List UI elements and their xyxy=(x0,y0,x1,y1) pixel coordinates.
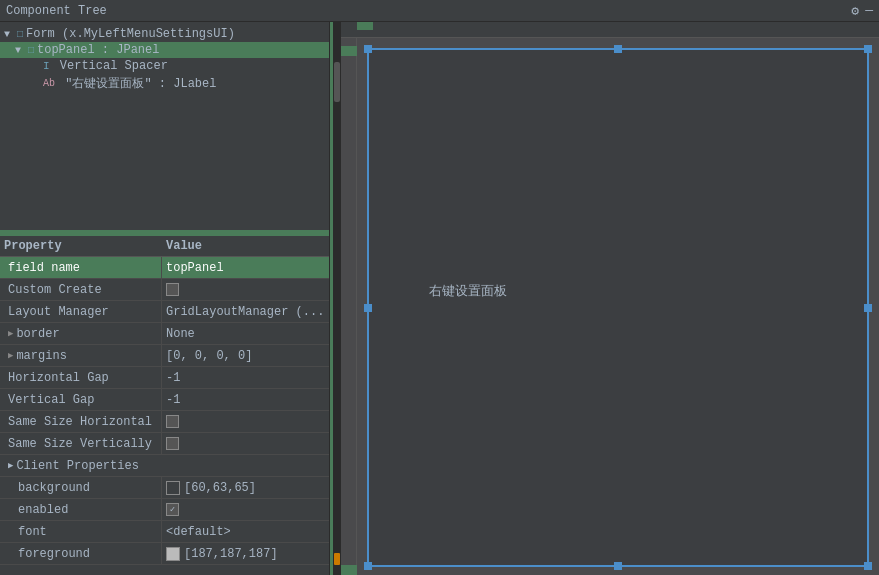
left-panel: ▼ □ Form (x.MyLeftMenuSettingsUI) ▼ □ to… xyxy=(0,22,330,575)
sshoriz-checkbox[interactable] xyxy=(166,415,179,428)
prop-row-sshoriz[interactable]: Same Size Horizontal xyxy=(0,411,329,433)
handle-middle-left[interactable] xyxy=(364,304,372,312)
ruler-horizontal xyxy=(341,22,879,38)
tree-item-toppanel[interactable]: ▼ □ topPanel : JPanel xyxy=(0,42,329,58)
prop-value-background[interactable]: [60,63,65] xyxy=(162,477,329,498)
foreground-color-swatch[interactable] xyxy=(166,547,180,561)
prop-row-fieldname[interactable]: field name topPanel xyxy=(0,257,329,279)
prop-name-border: ▶ border xyxy=(0,323,162,344)
prop-row-border[interactable]: ▶ border None xyxy=(0,323,329,345)
clientprops-expand-icon[interactable]: ▶ xyxy=(8,460,13,471)
main-layout: ▼ □ Form (x.MyLeftMenuSettingsUI) ▼ □ to… xyxy=(0,22,879,575)
tree-expand-form[interactable]: ▼ xyxy=(4,29,14,40)
tree-item-jlabel[interactable]: Ab "右键设置面板" : JLabel xyxy=(0,74,329,93)
prop-row-vgap[interactable]: Vertical Gap -1 xyxy=(0,389,329,411)
prop-value-ssvert[interactable] xyxy=(162,433,329,454)
prop-name-vgap: Vertical Gap xyxy=(0,389,162,410)
prop-name-sshoriz: Same Size Horizontal xyxy=(0,411,162,432)
tree-label-jlabel: "右键设置面板" : JLabel xyxy=(58,75,216,92)
prop-value-hgap[interactable]: -1 xyxy=(162,367,329,388)
handle-bottom-center[interactable] xyxy=(614,562,622,570)
prop-name-layoutmanager: Layout Manager xyxy=(0,301,162,322)
prop-header-value: Value xyxy=(166,239,325,253)
component-tree[interactable]: ▼ □ Form (x.MyLeftMenuSettingsUI) ▼ □ to… xyxy=(0,22,329,232)
handle-top-right[interactable] xyxy=(864,45,872,53)
prop-row-layoutmanager[interactable]: Layout Manager GridLayoutManager (... xyxy=(0,301,329,323)
prop-row-ssvert[interactable]: Same Size Vertically xyxy=(0,433,329,455)
prop-value-vgap[interactable]: -1 xyxy=(162,389,329,410)
prop-header-property: Property xyxy=(4,239,166,253)
prop-value-font[interactable]: <default> xyxy=(162,521,329,542)
tree-label-toppanel: topPanel : JPanel xyxy=(37,43,159,57)
component-tree-titlebar: Component Tree ⚙ — xyxy=(0,0,879,22)
canvas-body: 右键设置面板 xyxy=(341,38,879,575)
left-scroll[interactable] xyxy=(333,22,341,575)
prop-value-border: None xyxy=(162,323,329,344)
prop-name-enabled: enabled xyxy=(0,499,162,520)
prop-row-customcreate[interactable]: Custom Create xyxy=(0,279,329,301)
section-title-clientprops: Client Properties xyxy=(16,459,138,473)
ssvert-checkbox[interactable] xyxy=(166,437,179,450)
handle-bottom-left[interactable] xyxy=(364,562,372,570)
prop-row-font[interactable]: font <default> xyxy=(0,521,329,543)
ruler-vertical xyxy=(341,38,357,575)
prop-value-sshoriz[interactable] xyxy=(162,411,329,432)
customcreate-checkbox[interactable] xyxy=(166,283,179,296)
tree-label-form: Form (x.MyLeftMenuSettingsUI) xyxy=(26,27,235,41)
scroll-marker xyxy=(334,553,340,565)
tree-icon-toppanel: □ xyxy=(28,45,34,56)
prop-name-font: font xyxy=(0,521,162,542)
close-icon[interactable]: — xyxy=(865,3,873,18)
enabled-checkbox[interactable]: ✓ xyxy=(166,503,179,516)
background-value-text: [60,63,65] xyxy=(184,481,256,495)
prop-row-margins[interactable]: ▶ margins [0, 0, 0, 0] xyxy=(0,345,329,367)
section-label-clientprops[interactable]: ▶ Client Properties xyxy=(0,455,329,476)
canvas-frame[interactable]: 右键设置面板 xyxy=(367,48,869,567)
foreground-value-text: [187,187,187] xyxy=(184,547,278,561)
tree-item-form[interactable]: ▼ □ Form (x.MyLeftMenuSettingsUI) xyxy=(0,26,329,42)
prop-value-layoutmanager[interactable]: GridLayoutManager (... xyxy=(162,301,329,322)
handle-middle-right[interactable] xyxy=(864,304,872,312)
prop-header: Property Value xyxy=(0,236,329,257)
prop-row-enabled[interactable]: enabled ✓ xyxy=(0,499,329,521)
prop-value-margins: [0, 0, 0, 0] xyxy=(162,345,329,366)
handle-top-center[interactable] xyxy=(614,45,622,53)
handle-top-left[interactable] xyxy=(364,45,372,53)
canvas-area: 右键设置面板 xyxy=(341,22,879,575)
prop-name-ssvert: Same Size Vertically xyxy=(0,433,162,454)
titlebar-actions: ⚙ — xyxy=(851,3,873,19)
ruler-marker xyxy=(357,22,373,30)
margins-expand-icon[interactable]: ▶ xyxy=(8,350,13,361)
tree-label-spacer: Vertical Spacer xyxy=(53,59,168,73)
tree-icon-spacer: I xyxy=(43,60,50,72)
vruler-marker-bottom xyxy=(341,565,357,575)
prop-value-customcreate[interactable] xyxy=(162,279,329,300)
prop-name-margins: ▶ margins xyxy=(0,345,162,366)
design-canvas: 右键设置面板 xyxy=(357,38,879,575)
prop-row-clientprops[interactable]: ▶ Client Properties xyxy=(0,455,329,477)
prop-value-enabled[interactable]: ✓ xyxy=(162,499,329,520)
prop-name-background: background xyxy=(0,477,162,498)
prop-row-hgap[interactable]: Horizontal Gap -1 xyxy=(0,367,329,389)
panel-title: Component Tree xyxy=(6,4,107,18)
properties-panel[interactable]: Property Value field name topPanel Custo… xyxy=(0,236,329,575)
tree-icon-jlabel: Ab xyxy=(43,78,55,89)
prop-name-foreground: foreground xyxy=(0,543,162,564)
tree-item-spacer[interactable]: I Vertical Spacer xyxy=(0,58,329,74)
prop-row-background[interactable]: background [60,63,65] xyxy=(0,477,329,499)
gear-icon[interactable]: ⚙ xyxy=(851,3,859,19)
prop-value-foreground[interactable]: [187,187,187] xyxy=(162,543,329,564)
scroll-thumb[interactable] xyxy=(334,62,340,102)
border-expand-icon[interactable]: ▶ xyxy=(8,328,13,339)
handle-bottom-right[interactable] xyxy=(864,562,872,570)
prop-name-fieldname: field name xyxy=(0,257,162,278)
prop-row-foreground[interactable]: foreground [187,187,187] xyxy=(0,543,329,565)
prop-value-fieldname[interactable]: topPanel xyxy=(162,257,329,278)
background-color-swatch[interactable] xyxy=(166,481,180,495)
prop-name-hgap: Horizontal Gap xyxy=(0,367,162,388)
prop-name-customcreate: Custom Create xyxy=(0,279,162,300)
canvas-label: 右键设置面板 xyxy=(429,282,507,300)
vruler-marker-top xyxy=(341,46,357,56)
tree-expand-toppanel[interactable]: ▼ xyxy=(15,45,25,56)
tree-icon-form: □ xyxy=(17,29,23,40)
